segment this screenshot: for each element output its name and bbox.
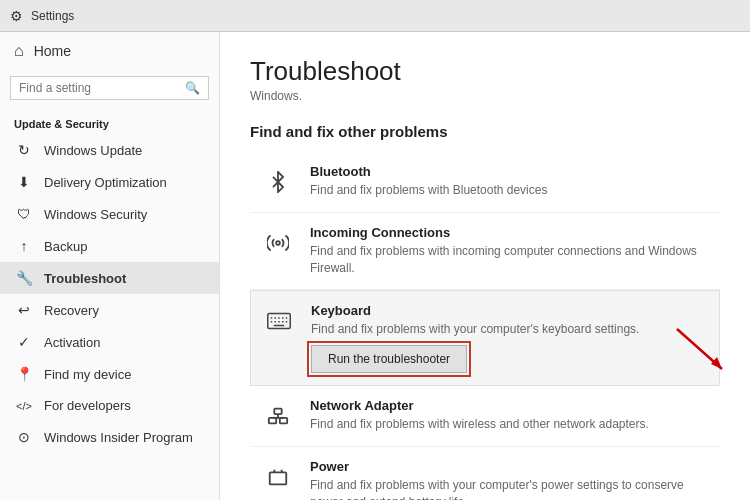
sidebar-item-find-device[interactable]: 📍 Find my device: [0, 358, 219, 390]
problem-item-keyboard: Keyboard Find and fix problems with your…: [250, 290, 720, 387]
problem-desc: Find and fix problems with wireless and …: [310, 416, 710, 433]
problem-item-network-adapter: Network Adapter Find and fix problems wi…: [250, 386, 720, 447]
sidebar-item-label: Backup: [44, 239, 87, 254]
keyboard-icon: [261, 303, 297, 339]
shield-icon: 🛡: [14, 206, 34, 222]
backup-icon: ↑: [14, 238, 34, 254]
sidebar-item-label: Find my device: [44, 367, 131, 382]
sidebar-section-header: Update & Security: [0, 110, 219, 134]
sidebar-item-label: Activation: [44, 335, 100, 350]
problem-name: Bluetooth: [310, 164, 710, 179]
problem-text-bluetooth: Bluetooth Find and fix problems with Blu…: [310, 164, 710, 199]
sidebar-item-insider-program[interactable]: ⊙ Windows Insider Program: [0, 421, 219, 453]
main-layout: ⌂ Home 🔍 Update & Security ↻ Windows Upd…: [0, 32, 750, 500]
sidebar-item-backup[interactable]: ↑ Backup: [0, 230, 219, 262]
svg-rect-17: [274, 409, 281, 415]
problem-text-power: Power Find and fix problems with your co…: [310, 459, 710, 500]
delivery-optimization-icon: ⬇: [14, 174, 34, 190]
sidebar-item-recovery[interactable]: ↩ Recovery: [0, 294, 219, 326]
sidebar-item-label: Troubleshoot: [44, 271, 126, 286]
activation-icon: ✓: [14, 334, 34, 350]
problem-desc: Find and fix problems with your computer…: [311, 321, 709, 338]
page-title: Troubleshoot: [250, 56, 720, 87]
problem-text-keyboard: Keyboard Find and fix problems with your…: [311, 303, 709, 374]
svg-marker-14: [711, 357, 722, 369]
sidebar-item-windows-security[interactable]: 🛡 Windows Security: [0, 198, 219, 230]
insider-icon: ⊙: [14, 429, 34, 445]
sidebar-item-label: Recovery: [44, 303, 99, 318]
search-icon: 🔍: [185, 81, 200, 95]
settings-icon: ⚙: [10, 8, 23, 24]
sidebar-item-for-developers[interactable]: </> For developers: [0, 390, 219, 421]
search-input[interactable]: [19, 81, 185, 95]
sidebar-item-label: Windows Security: [44, 207, 147, 222]
sidebar-item-label: Windows Insider Program: [44, 430, 193, 445]
page-subtitle: Windows.: [250, 89, 720, 103]
sidebar: ⌂ Home 🔍 Update & Security ↻ Windows Upd…: [0, 32, 220, 500]
problem-desc: Find and fix problems with incoming comp…: [310, 243, 710, 277]
problem-text-network: Network Adapter Find and fix problems wi…: [310, 398, 710, 433]
problem-name: Power: [310, 459, 710, 474]
sidebar-home-label: Home: [34, 43, 71, 59]
incoming-connections-icon: [260, 225, 296, 261]
windows-update-icon: ↻: [14, 142, 34, 158]
svg-point-0: [276, 241, 280, 245]
problem-desc: Find and fix problems with Bluetooth dev…: [310, 182, 710, 199]
section-title: Find and fix other problems: [250, 123, 720, 140]
home-icon: ⌂: [14, 42, 24, 60]
titlebar: ⚙ Settings: [0, 0, 750, 32]
problem-desc: Find and fix problems with your computer…: [310, 477, 710, 500]
network-adapter-icon: [260, 398, 296, 434]
sidebar-item-label: Delivery Optimization: [44, 175, 167, 190]
sidebar-item-troubleshoot[interactable]: 🔧 Troubleshoot: [0, 262, 219, 294]
recovery-icon: ↩: [14, 302, 34, 318]
power-icon: [260, 459, 296, 495]
problem-name: Network Adapter: [310, 398, 710, 413]
developers-icon: </>: [14, 400, 34, 412]
sidebar-item-label: Windows Update: [44, 143, 142, 158]
problem-item-bluetooth: Bluetooth Find and fix problems with Blu…: [250, 152, 720, 213]
content-area: Troubleshoot Windows. Find and fix other…: [220, 32, 750, 500]
problem-name: Incoming Connections: [310, 225, 710, 240]
search-box: 🔍: [10, 76, 209, 100]
troubleshoot-icon: 🔧: [14, 270, 34, 286]
sidebar-item-activation[interactable]: ✓ Activation: [0, 326, 219, 358]
sidebar-item-windows-update[interactable]: ↻ Windows Update: [0, 134, 219, 166]
svg-rect-21: [270, 473, 287, 485]
run-troubleshooter-button[interactable]: Run the troubleshooter: [311, 345, 467, 373]
sidebar-item-label: For developers: [44, 398, 131, 413]
titlebar-title: Settings: [31, 9, 74, 23]
problem-item-incoming-connections: Incoming Connections Find and fix proble…: [250, 213, 720, 290]
sidebar-item-delivery-optimization[interactable]: ⬇ Delivery Optimization: [0, 166, 219, 198]
sidebar-item-home[interactable]: ⌂ Home: [0, 32, 219, 70]
problem-name: Keyboard: [311, 303, 709, 318]
problem-item-power: Power Find and fix problems with your co…: [250, 447, 720, 500]
find-device-icon: 📍: [14, 366, 34, 382]
bluetooth-icon: [260, 164, 296, 200]
problem-text-incoming: Incoming Connections Find and fix proble…: [310, 225, 710, 277]
